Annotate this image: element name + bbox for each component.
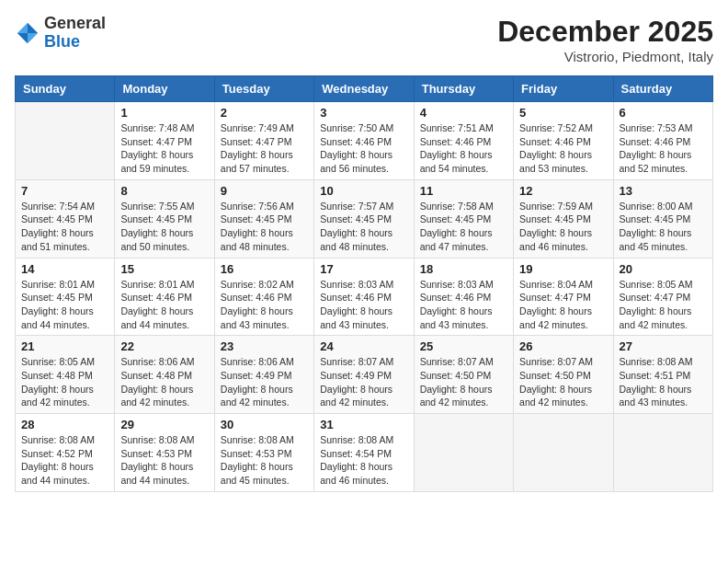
day-number: 18 (420, 262, 507, 276)
day-info: Sunrise: 8:05 AM Sunset: 4:48 PM Dayligh… (21, 355, 108, 409)
day-number: 10 (320, 184, 407, 198)
calendar-day-cell: 12Sunrise: 7:59 AM Sunset: 4:45 PM Dayli… (514, 179, 613, 258)
day-number: 6 (620, 106, 707, 120)
calendar-day-cell: 13Sunrise: 8:00 AM Sunset: 4:45 PM Dayli… (613, 179, 712, 258)
calendar-day-cell: 19Sunrise: 8:04 AM Sunset: 4:47 PM Dayli… (514, 258, 613, 336)
calendar-week-row: 1Sunrise: 7:48 AM Sunset: 4:47 PM Daylig… (16, 102, 713, 180)
day-number: 25 (420, 339, 507, 353)
calendar-table: SundayMondayTuesdayWednesdayThursdayFrid… (15, 75, 713, 492)
calendar-week-row: 28Sunrise: 8:08 AM Sunset: 4:52 PM Dayli… (16, 414, 713, 492)
logo-text: General Blue (44, 15, 106, 52)
calendar-header-cell: Saturday (613, 76, 712, 102)
calendar-body: 1Sunrise: 7:48 AM Sunset: 4:47 PM Daylig… (16, 102, 713, 492)
logo: General Blue (15, 15, 106, 52)
day-info: Sunrise: 8:01 AM Sunset: 4:45 PM Dayligh… (21, 278, 108, 332)
calendar-day-cell: 8Sunrise: 7:55 AM Sunset: 4:45 PM Daylig… (115, 179, 214, 258)
svg-marker-0 (28, 23, 38, 33)
day-number: 19 (519, 262, 607, 276)
day-info: Sunrise: 7:55 AM Sunset: 4:45 PM Dayligh… (120, 200, 208, 254)
calendar-day-cell: 7Sunrise: 7:54 AM Sunset: 4:45 PM Daylig… (16, 179, 115, 258)
calendar-day-cell: 26Sunrise: 8:07 AM Sunset: 4:50 PM Dayli… (514, 336, 613, 414)
day-info: Sunrise: 8:06 AM Sunset: 4:49 PM Dayligh… (221, 355, 308, 409)
calendar-day-cell (414, 414, 513, 492)
day-info: Sunrise: 8:03 AM Sunset: 4:46 PM Dayligh… (420, 278, 507, 332)
calendar-day-cell: 24Sunrise: 8:07 AM Sunset: 4:49 PM Dayli… (314, 336, 414, 414)
calendar-day-cell: 30Sunrise: 8:08 AM Sunset: 4:53 PM Dayli… (214, 414, 313, 492)
day-info: Sunrise: 8:08 AM Sunset: 4:52 PM Dayligh… (21, 433, 108, 488)
day-number: 16 (221, 262, 308, 276)
day-number: 28 (21, 418, 108, 431)
day-info: Sunrise: 7:58 AM Sunset: 4:45 PM Dayligh… (420, 200, 507, 254)
day-number: 13 (620, 184, 707, 198)
svg-marker-2 (17, 23, 28, 33)
day-info: Sunrise: 8:08 AM Sunset: 4:53 PM Dayligh… (221, 433, 308, 488)
day-info: Sunrise: 8:05 AM Sunset: 4:47 PM Dayligh… (620, 278, 707, 332)
title-block: December 2025 Vistrorio, Piedmont, Italy (497, 15, 713, 64)
calendar-day-cell: 31Sunrise: 8:08 AM Sunset: 4:54 PM Dayli… (314, 414, 414, 492)
day-info: Sunrise: 8:00 AM Sunset: 4:45 PM Dayligh… (620, 200, 707, 254)
day-info: Sunrise: 8:04 AM Sunset: 4:47 PM Dayligh… (519, 278, 607, 332)
calendar-header-cell: Monday (115, 76, 214, 102)
calendar-day-cell: 9Sunrise: 7:56 AM Sunset: 4:45 PM Daylig… (214, 179, 313, 258)
day-number: 22 (120, 339, 208, 353)
day-info: Sunrise: 7:52 AM Sunset: 4:46 PM Dayligh… (519, 121, 607, 176)
calendar-day-cell: 15Sunrise: 8:01 AM Sunset: 4:46 PM Dayli… (115, 258, 214, 336)
day-info: Sunrise: 8:03 AM Sunset: 4:46 PM Dayligh… (320, 278, 407, 332)
day-number: 8 (120, 184, 208, 198)
calendar-day-cell: 3Sunrise: 7:50 AM Sunset: 4:46 PM Daylig… (314, 102, 414, 180)
calendar-day-cell: 25Sunrise: 8:07 AM Sunset: 4:50 PM Dayli… (414, 336, 513, 414)
calendar-header-cell: Tuesday (214, 76, 313, 102)
day-number: 23 (221, 339, 308, 353)
calendar-day-cell: 18Sunrise: 8:03 AM Sunset: 4:46 PM Dayli… (414, 258, 513, 336)
calendar-day-cell: 2Sunrise: 7:49 AM Sunset: 4:47 PM Daylig… (214, 102, 313, 180)
calendar-header-cell: Thursday (414, 76, 513, 102)
calendar-day-cell: 17Sunrise: 8:03 AM Sunset: 4:46 PM Dayli… (314, 258, 414, 336)
day-info: Sunrise: 7:56 AM Sunset: 4:45 PM Dayligh… (221, 200, 308, 254)
day-info: Sunrise: 7:51 AM Sunset: 4:46 PM Dayligh… (420, 121, 507, 176)
calendar-day-cell: 5Sunrise: 7:52 AM Sunset: 4:46 PM Daylig… (514, 102, 613, 180)
day-number: 17 (320, 262, 407, 276)
location: Vistrorio, Piedmont, Italy (497, 49, 713, 64)
calendar-day-cell: 10Sunrise: 7:57 AM Sunset: 4:45 PM Dayli… (314, 179, 414, 258)
calendar-day-cell (16, 102, 115, 180)
day-number: 29 (120, 418, 208, 431)
calendar-day-cell: 29Sunrise: 8:08 AM Sunset: 4:53 PM Dayli… (115, 414, 214, 492)
day-info: Sunrise: 8:01 AM Sunset: 4:46 PM Dayligh… (120, 278, 208, 332)
day-info: Sunrise: 7:59 AM Sunset: 4:45 PM Dayligh… (519, 200, 607, 254)
calendar-day-cell: 6Sunrise: 7:53 AM Sunset: 4:46 PM Daylig… (613, 102, 712, 180)
day-info: Sunrise: 7:50 AM Sunset: 4:46 PM Dayligh… (320, 121, 407, 176)
day-number: 20 (620, 262, 707, 276)
day-number: 27 (620, 339, 707, 353)
day-number: 9 (221, 184, 308, 198)
calendar-week-row: 21Sunrise: 8:05 AM Sunset: 4:48 PM Dayli… (16, 336, 713, 414)
logo-icon (15, 20, 40, 46)
calendar-header-cell: Sunday (16, 76, 115, 102)
calendar-header-row: SundayMondayTuesdayWednesdayThursdayFrid… (16, 76, 713, 102)
calendar-day-cell: 27Sunrise: 8:08 AM Sunset: 4:51 PM Dayli… (613, 336, 712, 414)
calendar-day-cell (613, 414, 712, 492)
day-number: 24 (320, 339, 407, 353)
calendar-day-cell: 22Sunrise: 8:06 AM Sunset: 4:48 PM Dayli… (115, 336, 214, 414)
calendar-week-row: 7Sunrise: 7:54 AM Sunset: 4:45 PM Daylig… (16, 179, 713, 258)
calendar-day-cell: 21Sunrise: 8:05 AM Sunset: 4:48 PM Dayli… (16, 336, 115, 414)
calendar-day-cell: 11Sunrise: 7:58 AM Sunset: 4:45 PM Dayli… (414, 179, 513, 258)
calendar-day-cell: 16Sunrise: 8:02 AM Sunset: 4:46 PM Dayli… (214, 258, 313, 336)
day-number: 4 (420, 106, 507, 120)
page-header: General Blue December 2025 Vistrorio, Pi… (15, 15, 713, 64)
day-info: Sunrise: 8:08 AM Sunset: 4:51 PM Dayligh… (620, 355, 707, 409)
day-number: 7 (21, 184, 108, 198)
calendar-day-cell: 28Sunrise: 8:08 AM Sunset: 4:52 PM Dayli… (16, 414, 115, 492)
day-number: 1 (120, 106, 208, 120)
day-number: 30 (221, 418, 308, 431)
calendar-header-cell: Friday (514, 76, 613, 102)
day-number: 3 (320, 106, 407, 120)
calendar-day-cell: 20Sunrise: 8:05 AM Sunset: 4:47 PM Dayli… (613, 258, 712, 336)
day-number: 21 (21, 339, 108, 353)
day-info: Sunrise: 8:02 AM Sunset: 4:46 PM Dayligh… (221, 278, 308, 332)
calendar-week-row: 14Sunrise: 8:01 AM Sunset: 4:45 PM Dayli… (16, 258, 713, 336)
day-info: Sunrise: 8:08 AM Sunset: 4:53 PM Dayligh… (120, 433, 208, 488)
day-number: 31 (320, 418, 407, 431)
day-info: Sunrise: 7:49 AM Sunset: 4:47 PM Dayligh… (221, 121, 308, 176)
calendar-day-cell: 4Sunrise: 7:51 AM Sunset: 4:46 PM Daylig… (414, 102, 513, 180)
calendar-day-cell: 1Sunrise: 7:48 AM Sunset: 4:47 PM Daylig… (115, 102, 214, 180)
